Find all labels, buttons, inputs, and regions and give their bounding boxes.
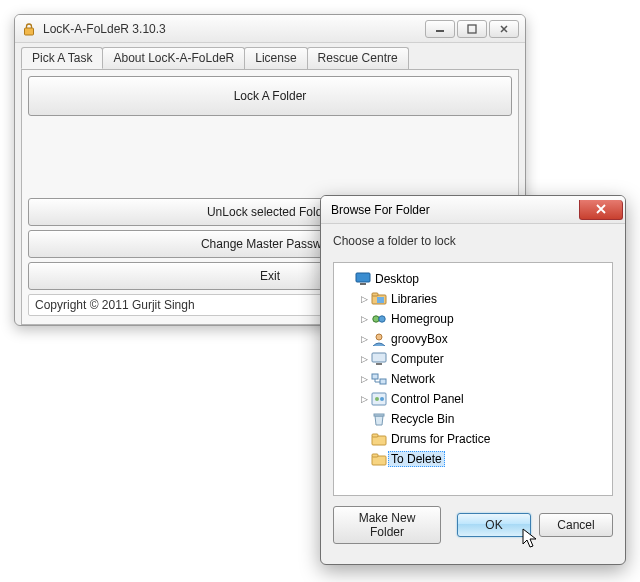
tab-pick-task[interactable]: Pick A Task (21, 47, 103, 69)
tab-rescue[interactable]: Rescue Centre (307, 47, 409, 69)
tree-item-label: To Delete (388, 451, 445, 467)
expander-icon[interactable]: ▷ (358, 354, 370, 364)
svg-rect-4 (360, 283, 366, 285)
tree-item[interactable]: Drums for Practice (338, 429, 608, 449)
tree-item-label: Network (388, 371, 438, 387)
svg-rect-14 (380, 379, 386, 384)
dialog-instruction: Choose a folder to lock (333, 234, 613, 248)
computer-icon (370, 352, 388, 366)
libraries-icon (370, 292, 388, 306)
tree-item-label: Control Panel (388, 391, 467, 407)
desktop-icon (354, 272, 372, 286)
browse-dialog: Browse For Folder Choose a folder to loc… (320, 195, 626, 565)
lock-folder-button[interactable]: Lock A Folder (28, 76, 512, 116)
tree-item[interactable]: ▷Homegroup (338, 309, 608, 329)
make-new-folder-button[interactable]: Make New Folder (333, 506, 441, 544)
svg-rect-22 (372, 454, 378, 457)
tree-item-label: Drums for Practice (388, 431, 493, 447)
tab-license[interactable]: License (244, 47, 307, 69)
svg-point-8 (373, 316, 379, 322)
svg-rect-3 (356, 273, 370, 282)
expander-icon[interactable]: ▷ (358, 394, 370, 404)
svg-rect-12 (376, 363, 382, 365)
expander-icon[interactable]: ▷ (358, 294, 370, 304)
dialog-titlebar: Browse For Folder (321, 196, 625, 224)
minimize-button[interactable] (425, 20, 455, 38)
dialog-button-row: Make New Folder OK Cancel (321, 506, 625, 556)
folder-icon (370, 452, 388, 466)
svg-rect-18 (374, 414, 384, 416)
tree-item-label: Computer (388, 351, 447, 367)
svg-rect-2 (468, 25, 476, 33)
cancel-button[interactable]: Cancel (539, 513, 613, 537)
tabstrip: Pick A Task About LocK-A-FoLdeR License … (21, 47, 519, 69)
window-controls (425, 20, 519, 38)
folder-icon (370, 432, 388, 446)
dialog-title: Browse For Folder (331, 203, 430, 217)
svg-rect-20 (372, 434, 378, 437)
tab-about[interactable]: About LocK-A-FoLdeR (102, 47, 245, 69)
tree-item[interactable]: Recycle Bin (338, 409, 608, 429)
tree-item[interactable]: ▷Libraries (338, 289, 608, 309)
svg-rect-6 (372, 293, 378, 296)
svg-rect-1 (436, 30, 444, 32)
recycle-icon (370, 412, 388, 426)
folder-tree[interactable]: Desktop ▷Libraries▷Homegroup▷groovyBox▷C… (333, 262, 613, 496)
svg-point-10 (376, 334, 382, 340)
titlebar: LocK-A-FoLdeR 3.10.3 (15, 15, 525, 43)
svg-point-17 (380, 397, 384, 401)
svg-point-16 (375, 397, 379, 401)
control-icon (370, 392, 388, 406)
svg-point-9 (379, 316, 385, 322)
tree-item-label: groovyBox (388, 331, 451, 347)
tree-item-label: Homegroup (388, 311, 457, 327)
expander-icon[interactable]: ▷ (358, 334, 370, 344)
tree-item-label: Libraries (388, 291, 440, 307)
svg-rect-11 (372, 353, 386, 362)
user-icon (370, 332, 388, 346)
svg-rect-13 (372, 374, 378, 379)
tree-root-label: Desktop (372, 271, 422, 287)
expander-icon[interactable]: ▷ (358, 314, 370, 324)
tree-item[interactable]: ▷Computer (338, 349, 608, 369)
expander-icon[interactable]: ▷ (358, 374, 370, 384)
homegroup-icon (370, 312, 388, 326)
dialog-close-button[interactable] (579, 200, 623, 220)
ok-button[interactable]: OK (457, 513, 531, 537)
lock-icon (21, 21, 37, 37)
network-icon (370, 372, 388, 386)
tree-item-label: Recycle Bin (388, 411, 457, 427)
svg-rect-7 (377, 297, 384, 303)
tree-item[interactable]: ▷groovyBox (338, 329, 608, 349)
tree-root-desktop[interactable]: Desktop (338, 269, 608, 289)
tree-item[interactable]: To Delete (338, 449, 608, 469)
tree-item[interactable]: ▷Control Panel (338, 389, 608, 409)
svg-rect-0 (25, 28, 34, 35)
tree-item[interactable]: ▷Network (338, 369, 608, 389)
window-title: LocK-A-FoLdeR 3.10.3 (43, 22, 425, 36)
maximize-button[interactable] (457, 20, 487, 38)
close-button[interactable] (489, 20, 519, 38)
